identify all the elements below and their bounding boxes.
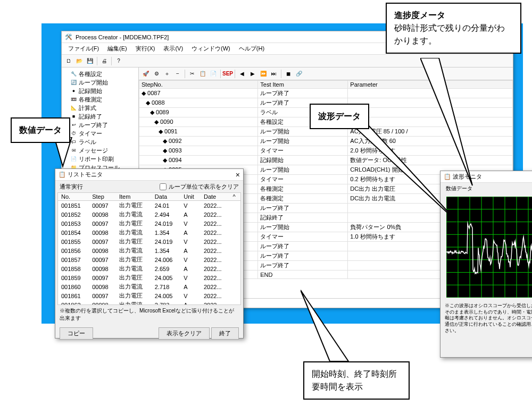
calc-icon: 📐 (70, 105, 77, 112)
svg-marker-3 (301, 290, 348, 361)
end-icon[interactable]: ⏭ (269, 69, 279, 79)
list-note: ※複数の行を選択してコピーし、Microsoft Excelなどに張り付けること… (55, 305, 243, 324)
tree-item[interactable]: 📐計算式 (63, 104, 137, 112)
tree-item[interactable]: ⏱タイマー (63, 129, 137, 138)
menu-item[interactable]: ファイル(F) (64, 45, 103, 53)
tool-icon[interactable]: ⚙ (152, 69, 161, 79)
window-title: Process Creator - [MDDEMO.TPF2] (76, 34, 169, 40)
measure-icon: 📼 (70, 96, 77, 103)
step-icon[interactable]: SEP (223, 69, 232, 79)
cut-icon[interactable]: ✂ (187, 69, 197, 79)
record-end-icon: ■ (70, 113, 77, 120)
callout-time: 開始時刻、終了時刻所 要時間を表示 (303, 361, 410, 400)
paste-icon[interactable]: 📄 (209, 69, 218, 79)
copy-button[interactable]: コピー (60, 327, 93, 340)
tool-icon[interactable]: 🚀 (141, 69, 151, 79)
tree-item[interactable]: ●記録開始 (63, 87, 137, 95)
refresh-icon[interactable]: 🔗 (294, 69, 304, 79)
execution-mode: 通常実行 (60, 183, 83, 191)
plus-icon[interactable]: ＋ (162, 69, 172, 79)
ff-icon[interactable]: ⏩ (259, 69, 268, 79)
table-row[interactable]: 00185900097出力電圧24.005V2022... (58, 273, 240, 282)
minus-icon[interactable]: − (173, 69, 182, 79)
table-row[interactable]: 00185500097出力電圧24.019V2022... (58, 237, 240, 246)
wave-note: ※この波形はオシロスコープから受信した波形データをそのまま表示したものであり、時… (440, 300, 532, 337)
tree-item[interactable]: 🔄ループ開始 (63, 78, 137, 87)
menu-item[interactable]: ヘルプ(H) (235, 45, 269, 53)
tree-item[interactable]: ↩ループ終了 (63, 121, 137, 129)
tree-item[interactable]: 🔧各種設定 (63, 70, 137, 78)
help-icon[interactable]: ? (114, 56, 123, 66)
table-row[interactable]: 00185100097出力電圧24.01V2022... (58, 201, 240, 210)
list-data-grid[interactable]: No.StepItemDataUnitDate^00185100097出力電圧2… (57, 192, 241, 305)
close-button[interactable]: × (236, 171, 240, 179)
loop-end-icon: ↩ (70, 122, 77, 129)
list-monitor-window: 📋 リストモニタ × 通常実行 ループ単位で表示をクリア No.StepItem… (55, 168, 244, 339)
menu-item[interactable]: 実行(X) (131, 45, 160, 53)
table-row[interactable]: 00185200098出力電流2.494A2022... (58, 210, 240, 219)
timer-icon: ⏱ (70, 130, 77, 137)
menu-item[interactable]: 編集(E) (103, 45, 131, 53)
callout-numeric: 数値データ (11, 117, 70, 143)
callout-progress: 進捗度メータ 砂時計形式で残りの分量がわかります。 (386, 3, 521, 54)
copy-icon[interactable]: 📋 (198, 69, 207, 79)
table-row[interactable]: 00185400098出力電流1.354A2022... (58, 228, 240, 237)
callout-arrow (420, 58, 484, 196)
clear-loop-check[interactable]: ループ単位で表示をクリア (160, 183, 239, 191)
tree-item[interactable]: 📼各種測定 (63, 95, 137, 104)
save-icon[interactable]: 💾 (85, 56, 95, 66)
loop-icon: 🔄 (70, 79, 77, 86)
stop-icon[interactable]: ◼ (284, 69, 293, 79)
menu-item[interactable]: ウィンドウ(W) (187, 45, 235, 53)
new-icon[interactable]: 🗋 (64, 56, 73, 66)
clear-button[interactable]: 表示をクリア (159, 327, 210, 340)
back-icon[interactable]: ◀ (237, 69, 247, 79)
callout-wave: 波形データ (310, 104, 369, 129)
app-icon: 🛠️ (65, 33, 72, 41)
table-row[interactable]: 00185800098出力電流2.659A2022... (58, 264, 240, 273)
close-button[interactable]: 終了 (211, 327, 239, 340)
table-row[interactable]: 00185300097出力電圧24.019V2022... (58, 219, 240, 228)
tree-item[interactable]: ■記録終了 (63, 112, 137, 121)
record-icon: ● (70, 88, 77, 95)
table-row[interactable]: 00186200098出力電流2.783A2022... (58, 300, 240, 305)
callout-arrow (301, 287, 359, 364)
table-row[interactable]: 00186000098出力電流2.718A2022... (58, 282, 240, 291)
list-monitor-titlebar[interactable]: 📋 リストモニタ × (55, 169, 243, 181)
table-row[interactable]: 00185700097出力電圧24.006V2022... (58, 255, 240, 264)
open-icon[interactable]: 📂 (74, 56, 84, 66)
svg-marker-2 (420, 58, 472, 185)
table-row[interactable]: 00186100097出力電圧24.005V2022... (58, 291, 240, 300)
gear-icon: 🔧 (70, 71, 77, 78)
table-row[interactable]: 00185600098出力電流1.354A2022... (58, 246, 240, 255)
print-icon[interactable]: 🖨 (99, 56, 109, 66)
menu-item[interactable]: 表示(V) (159, 45, 187, 53)
play-icon[interactable]: ▶ (248, 69, 257, 79)
